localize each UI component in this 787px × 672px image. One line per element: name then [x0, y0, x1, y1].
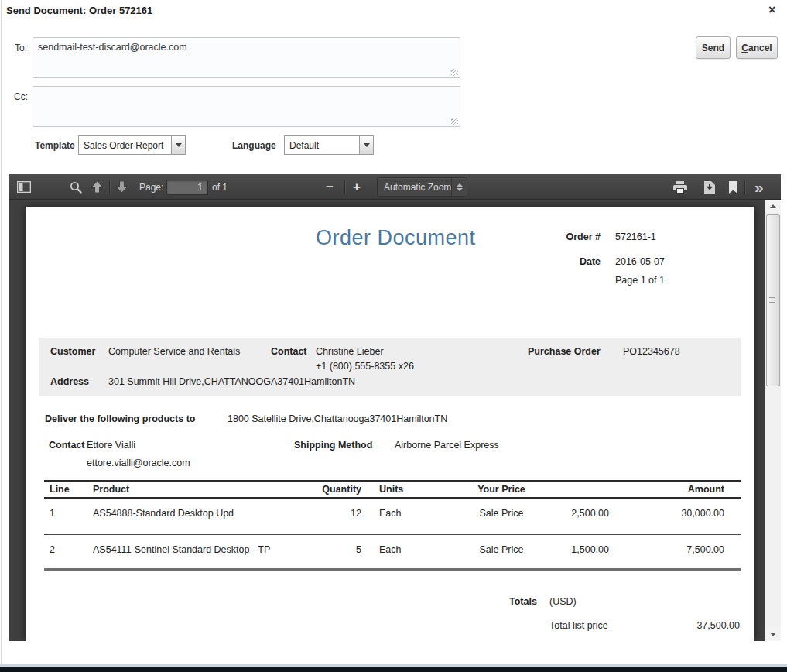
toolbar-separator: [109, 180, 110, 194]
page-of-text: Page 1 of 1: [615, 275, 665, 286]
cc-input[interactable]: [33, 87, 460, 126]
triangle-up-icon: [770, 204, 776, 208]
ship-contact-name: Ettore Vialli: [87, 440, 135, 451]
customer-band: Customer Computer Service and Rentals Co…: [39, 338, 741, 396]
cancel-accesskey: C: [741, 43, 748, 53]
table-row: 2 AS54111-Sentinel Standard Desktop - TP…: [44, 535, 741, 571]
contact-label: Contact: [271, 346, 307, 357]
address-label: Address: [50, 376, 89, 387]
to-label: To:: [15, 43, 27, 53]
resize-grip-icon[interactable]: [451, 69, 458, 76]
cell-product: AS54111-Sentinel Standard Desktop - TP: [93, 544, 270, 555]
search-icon: [70, 181, 82, 194]
language-label: Language: [232, 140, 276, 151]
arrow-down-icon: [116, 181, 128, 193]
scrollbar-grip-icon: [769, 297, 775, 303]
customer-label: Customer: [50, 346, 95, 357]
purchase-order-label: Purchase Order: [528, 346, 601, 357]
total-list-price-label: Total list price: [549, 620, 608, 631]
pdf-page: Order Document Order # 572161-1 Date 201…: [26, 207, 754, 641]
chevron-down-icon[interactable]: [359, 136, 373, 154]
page-number-input[interactable]: [166, 180, 208, 195]
cc-field-wrap: [33, 86, 460, 127]
language-select-value: Default: [285, 140, 359, 151]
zoom-select[interactable]: Automatic Zoom: [377, 177, 467, 197]
cell-quantity: 5: [356, 544, 361, 555]
cc-label: Cc:: [14, 91, 28, 102]
print-button[interactable]: [673, 174, 687, 200]
cell-price: 1,500.00: [571, 544, 609, 555]
scroll-down-button[interactable]: [765, 628, 781, 641]
to-field-wrap: sendmail-test-discard@oracle.com: [33, 37, 460, 78]
ship-contact-label: Contact: [49, 440, 85, 451]
cell-price-type: Sale Price: [447, 544, 556, 555]
close-icon[interactable]: ×: [768, 2, 775, 18]
send-button[interactable]: Send: [696, 36, 731, 59]
shipping-method-label: Shipping Method: [294, 440, 372, 451]
page-label: Page:: [139, 174, 163, 200]
to-input[interactable]: sendmail-test-discard@oracle.com: [33, 38, 460, 77]
cell-amount: 7,500.00: [686, 544, 724, 555]
printer-icon: [673, 181, 687, 194]
cancel-button-label: ancel: [748, 43, 772, 53]
search-button[interactable]: [70, 174, 82, 200]
download-button[interactable]: [704, 174, 715, 200]
cell-quantity: 12: [351, 508, 361, 519]
deliver-to-label: Deliver the following products to: [45, 413, 195, 424]
table-row: 1 AS54888-Standard Desktop Upd 12 Each S…: [44, 499, 741, 535]
page-count-label: of 1: [212, 174, 228, 200]
triangle-down-icon: [770, 633, 776, 636]
language-select[interactable]: Default: [284, 135, 374, 155]
next-page-button[interactable]: [116, 174, 128, 200]
zoom-in-button[interactable]: +: [353, 174, 361, 200]
template-select[interactable]: Sales Order Report: [78, 135, 186, 155]
scroll-up-button[interactable]: [765, 200, 781, 213]
dialog-left-border: [1, 0, 2, 664]
header-units: Units: [379, 484, 403, 495]
cell-line: 2: [50, 544, 55, 555]
sidebar-toggle-icon: [17, 181, 31, 193]
totals-label: Totals: [509, 596, 537, 607]
resize-grip-icon[interactable]: [451, 118, 458, 125]
send-document-dialog: Send Document: Order 572161 × To: sendma…: [0, 0, 787, 672]
date-label: Date: [523, 256, 601, 267]
order-number-label: Order #: [523, 231, 601, 242]
totals-currency: (USD): [549, 596, 577, 607]
template-label: Template: [35, 140, 75, 151]
scrollbar[interactable]: [765, 200, 781, 641]
arrow-up-icon: [91, 181, 103, 193]
pdf-content-area: Order Document Order # 572161-1 Date 201…: [9, 200, 781, 641]
send-button-label: Send: [702, 43, 724, 53]
shipping-method-value: Airborne Parcel Express: [395, 440, 499, 451]
header-your-price: Your Price: [447, 484, 556, 495]
bookmark-icon: [729, 181, 737, 194]
template-select-value: Sales Order Report: [79, 140, 171, 151]
cell-line: 1: [50, 508, 55, 519]
scrollbar-thumb[interactable]: [766, 214, 780, 386]
zoom-out-button[interactable]: −: [326, 174, 334, 200]
header-amount: Amount: [688, 484, 724, 495]
download-icon: [704, 181, 715, 194]
chevron-down-icon[interactable]: [171, 136, 185, 154]
zoom-select-wrap: Automatic Zoom: [377, 174, 467, 200]
previous-page-button[interactable]: [91, 174, 103, 200]
toolbar-separator: [344, 180, 345, 194]
total-list-price-value: 37,500.00: [696, 620, 740, 631]
document-title: Order Document: [316, 226, 476, 250]
order-number-value: 572161-1: [615, 231, 656, 242]
cell-units: Each: [379, 508, 402, 519]
toolbar-separator: [744, 180, 745, 194]
zoom-select-value: Automatic Zoom: [378, 182, 451, 193]
cell-units: Each: [379, 544, 402, 555]
sidebar-toggle-button[interactable]: [17, 174, 31, 200]
pdf-viewer: Page: of 1 − + Automatic Zoom: [9, 174, 781, 641]
cancel-button[interactable]: Cancel: [736, 36, 778, 59]
bookmark-button[interactable]: [729, 174, 737, 200]
more-tools-button[interactable]: »: [754, 174, 764, 200]
pdf-toolbar: Page: of 1 − + Automatic Zoom: [9, 174, 781, 200]
address-value: 301 Summit Hill Drive,CHATTANOOGA37401Ha…: [108, 376, 355, 387]
header-quantity: Quantity: [322, 484, 361, 495]
header-product: Product: [93, 484, 129, 495]
contact-name: Christine Lieber: [316, 346, 384, 357]
cell-price: 2,500.00: [571, 508, 609, 519]
